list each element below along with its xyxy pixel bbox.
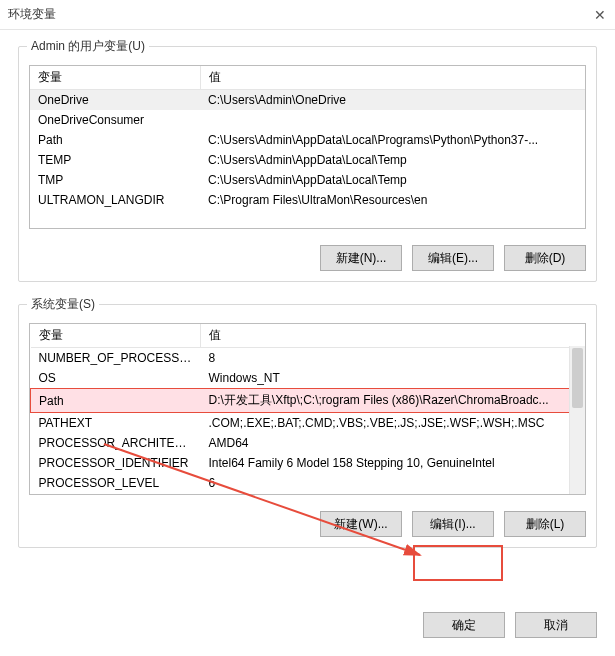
cell-name: PATHEXT xyxy=(31,413,201,434)
cancel-button[interactable]: 取消 xyxy=(515,612,597,638)
table-row[interactable]: PROCESSOR_LEVEL6 xyxy=(31,473,585,493)
cell-name: ULTRAMON_LANGDIR xyxy=(30,190,200,210)
table-row[interactable]: TEMPC:\Users\Admin\AppData\Local\Temp xyxy=(30,150,585,170)
table-row[interactable]: OneDriveConsumer xyxy=(30,110,585,130)
cell-value: C:\Users\Admin\AppData\Local\Programs\Py… xyxy=(200,130,585,150)
sys-col-value[interactable]: 值 xyxy=(201,324,585,348)
table-row[interactable]: PathC:\Users\Admin\AppData\Local\Program… xyxy=(30,130,585,150)
sys-new-button[interactable]: 新建(W)... xyxy=(320,511,402,537)
cell-name: OneDriveConsumer xyxy=(30,110,200,130)
dialog-content: Admin 的用户变量(U) 变量 值 OneDriveC:\Users\Adm… xyxy=(0,30,615,568)
cell-name: OS xyxy=(31,368,201,389)
cell-value: Intel64 Family 6 Model 158 Stepping 10, … xyxy=(201,453,585,473)
dialog-bottom-row: 确定 取消 xyxy=(423,612,615,656)
user-edit-button[interactable]: 编辑(E)... xyxy=(412,245,494,271)
table-row[interactable]: OneDriveC:\Users\Admin\OneDrive xyxy=(30,90,585,111)
cell-value: C:\Users\Admin\AppData\Local\Temp xyxy=(200,170,585,190)
user-delete-button[interactable]: 删除(D) xyxy=(504,245,586,271)
scrollbar-thumb[interactable] xyxy=(572,348,583,408)
table-row[interactable]: OSWindows_NT xyxy=(31,368,585,389)
sys-edit-button[interactable]: 编辑(I)... xyxy=(412,511,494,537)
cell-name: PROCESSOR_ARCHITECT... xyxy=(31,433,201,453)
cell-value: AMD64 xyxy=(201,433,585,453)
sys-vars-group: 系统变量(S) 变量 值 NUMBER_OF_PROCESSORS8OSWind… xyxy=(18,304,597,548)
cell-value: D:\开发工具\Xftp\;C:\;rogram Files (x86)\Raz… xyxy=(201,389,585,413)
sys-btn-row: 新建(W)... 编辑(I)... 删除(L) xyxy=(29,511,586,537)
sys-col-name[interactable]: 变量 xyxy=(31,324,201,348)
titlebar: 环境变量 ✕ xyxy=(0,0,615,30)
cell-name: NUMBER_OF_PROCESSORS xyxy=(31,348,201,369)
user-col-value[interactable]: 值 xyxy=(200,66,585,90)
user-btn-row: 新建(N)... 编辑(E)... 删除(D) xyxy=(29,245,586,271)
cell-value: 6 xyxy=(201,473,585,493)
ok-button[interactable]: 确定 xyxy=(423,612,505,638)
window-title: 环境变量 xyxy=(8,6,56,23)
cell-value xyxy=(200,110,585,130)
user-vars-group-label: Admin 的用户变量(U) xyxy=(27,38,149,55)
cell-value: C:\Program Files\UltraMon\Resources\en xyxy=(200,190,585,210)
user-vars-table[interactable]: 变量 值 OneDriveC:\Users\Admin\OneDriveOneD… xyxy=(30,66,585,210)
sys-vars-table[interactable]: 变量 值 NUMBER_OF_PROCESSORS8OSWindows_NTPa… xyxy=(30,324,585,493)
cell-name: PROCESSOR_IDENTIFIER xyxy=(31,453,201,473)
cell-name: OneDrive xyxy=(30,90,200,111)
table-row[interactable]: TMPC:\Users\Admin\AppData\Local\Temp xyxy=(30,170,585,190)
table-row[interactable]: PathD:\开发工具\Xftp\;C:\;rogram Files (x86)… xyxy=(31,389,585,413)
sys-delete-button[interactable]: 删除(L) xyxy=(504,511,586,537)
cell-value: 8 xyxy=(201,348,585,369)
table-row[interactable]: ULTRAMON_LANGDIRC:\Program Files\UltraMo… xyxy=(30,190,585,210)
user-vars-group: Admin 的用户变量(U) 变量 值 OneDriveC:\Users\Adm… xyxy=(18,46,597,282)
sys-vars-group-label: 系统变量(S) xyxy=(27,296,99,313)
user-vars-table-wrap: 变量 值 OneDriveC:\Users\Admin\OneDriveOneD… xyxy=(29,65,586,229)
cell-name: PROCESSOR_LEVEL xyxy=(31,473,201,493)
table-row[interactable]: PATHEXT.COM;.EXE;.BAT;.CMD;.VBS;.VBE;.JS… xyxy=(31,413,585,434)
cell-value: C:\Users\Admin\OneDrive xyxy=(200,90,585,111)
user-new-button[interactable]: 新建(N)... xyxy=(320,245,402,271)
cell-name: Path xyxy=(30,130,200,150)
close-icon[interactable]: ✕ xyxy=(591,6,609,24)
cell-name: TMP xyxy=(30,170,200,190)
cell-value: C:\Users\Admin\AppData\Local\Temp xyxy=(200,150,585,170)
cell-name: TEMP xyxy=(30,150,200,170)
user-col-name[interactable]: 变量 xyxy=(30,66,200,90)
cell-value: Windows_NT xyxy=(201,368,585,389)
sys-vars-table-wrap: 变量 值 NUMBER_OF_PROCESSORS8OSWindows_NTPa… xyxy=(29,323,586,495)
table-row[interactable]: PROCESSOR_ARCHITECT...AMD64 xyxy=(31,433,585,453)
cell-name: Path xyxy=(31,389,201,413)
cell-value: .COM;.EXE;.BAT;.CMD;.VBS;.VBE;.JS;.JSE;.… xyxy=(201,413,585,434)
table-row[interactable]: PROCESSOR_IDENTIFIERIntel64 Family 6 Mod… xyxy=(31,453,585,473)
table-row[interactable]: NUMBER_OF_PROCESSORS8 xyxy=(31,348,585,369)
sys-scrollbar[interactable] xyxy=(569,346,585,494)
